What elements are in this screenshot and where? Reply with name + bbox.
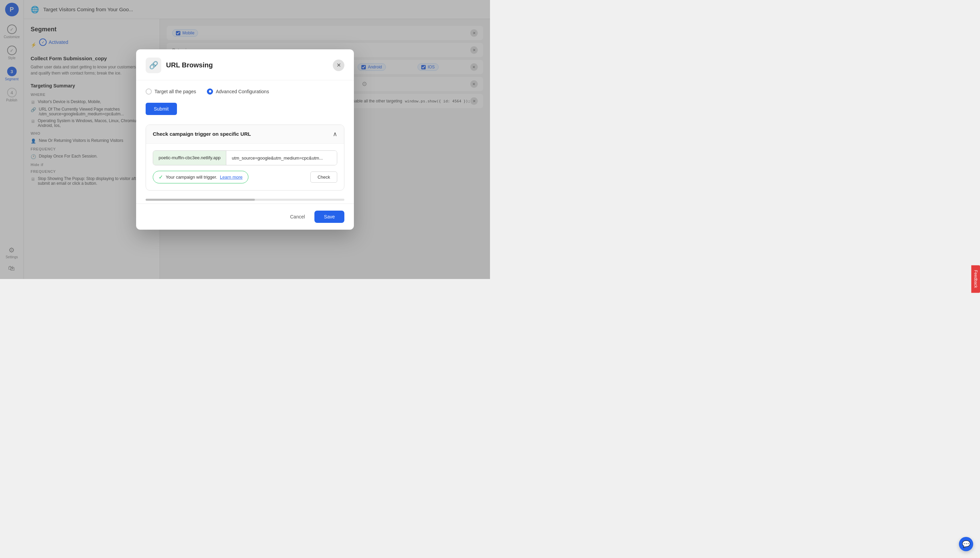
check-campaign-header: Check campaign trigger on specific URL ∧ — [146, 125, 344, 144]
check-campaign-card: Check campaign trigger on specific URL ∧… — [146, 125, 345, 190]
check-campaign-body: poetic-muffin-cbc3ee.netlify.app ✓ Your … — [146, 144, 344, 190]
trigger-message: Your campaign will trigger. — [166, 174, 217, 180]
radio-group: Target all the pages Advanced Configurat… — [146, 89, 345, 95]
submit-button[interactable]: Submit — [146, 103, 177, 115]
modal-icon-box: 🔗 — [146, 57, 161, 73]
modal-header-left: 🔗 URL Browsing — [146, 57, 213, 73]
modal-body: Target all the pages Advanced Configurat… — [136, 80, 354, 199]
radio-target-all-label: Target all the pages — [154, 89, 196, 94]
modal-footer: Cancel Save — [136, 204, 354, 230]
save-button[interactable]: Save — [314, 211, 345, 223]
radio-advanced[interactable]: Advanced Configurations — [207, 89, 269, 95]
url-inputs: poetic-muffin-cbc3ee.netlify.app — [153, 150, 337, 165]
radio-advanced-label: Advanced Configurations — [216, 89, 269, 94]
check-button[interactable]: Check — [310, 171, 337, 183]
trigger-check-icon: ✓ — [159, 174, 163, 181]
url-browsing-modal: 🔗 URL Browsing ✕ Target all the pages Ad… — [136, 49, 354, 230]
modal-title: URL Browsing — [166, 61, 213, 69]
collapse-button[interactable]: ∧ — [333, 130, 337, 138]
modal-scroll-thumb — [146, 199, 255, 201]
learn-more-link[interactable]: Learn more — [220, 174, 242, 180]
link-icon: 🔗 — [149, 61, 158, 70]
trigger-badge: ✓ Your campaign will trigger. Learn more — [153, 171, 248, 184]
check-campaign-title: Check campaign trigger on specific URL — [153, 131, 251, 137]
modal-scrollbar[interactable] — [146, 199, 345, 201]
radio-advanced-circle — [207, 89, 213, 95]
url-path-input[interactable] — [226, 151, 337, 165]
modal-close-button[interactable]: ✕ — [333, 59, 345, 71]
url-domain: poetic-muffin-cbc3ee.netlify.app — [153, 151, 226, 165]
cancel-button[interactable]: Cancel — [284, 211, 310, 223]
radio-target-all-circle — [146, 89, 152, 95]
modal-header: 🔗 URL Browsing ✕ — [136, 49, 354, 80]
radio-target-all[interactable]: Target all the pages — [146, 89, 196, 95]
modal-backdrop: 🔗 URL Browsing ✕ Target all the pages Ad… — [0, 0, 490, 279]
trigger-row: ✓ Your campaign will trigger. Learn more… — [153, 171, 337, 184]
